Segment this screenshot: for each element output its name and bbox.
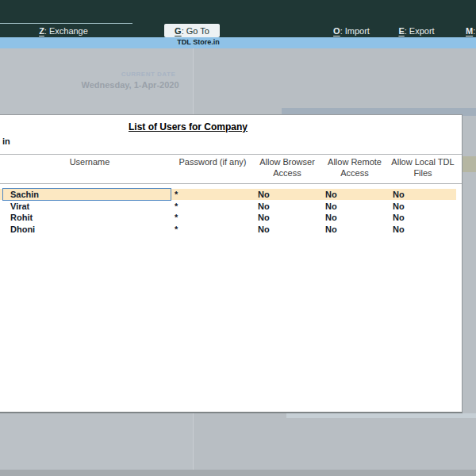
company-name-fragment: in — [2, 136, 10, 146]
current-date-label: CURRENT DATE — [121, 71, 176, 78]
app-screen: Z:Exchange G:Go To O:Import E:Export M: … — [0, 0, 476, 476]
menu-item-exchange[interactable]: Z:Exchange — [39, 26, 88, 36]
tdl-banner-text: TDL Store.in — [177, 38, 219, 46]
allow-browser-cell[interactable]: No — [258, 224, 270, 235]
allow-local-tdl-cell[interactable]: No — [393, 224, 405, 235]
menu-label: Go To — [186, 26, 209, 36]
menu-key: M — [466, 26, 473, 36]
menu-item-import[interactable]: O:Import — [333, 26, 370, 36]
menu-separator: : — [44, 26, 47, 36]
allow-local-tdl-cell[interactable]: No — [393, 189, 405, 200]
password-cell[interactable]: * — [175, 224, 178, 235]
allow-browser-cell[interactable]: No — [258, 201, 270, 212]
username-cell[interactable]: Rohit — [10, 212, 33, 223]
menu-separator: : — [473, 26, 475, 36]
password-cell[interactable]: * — [175, 189, 178, 200]
current-date-value: Wednesday, 1-Apr-2020 — [81, 80, 178, 90]
dialog-title: List of Users for Company — [129, 121, 248, 132]
menu-key: G — [175, 26, 182, 36]
background-status-strip — [0, 470, 476, 476]
column-header-allow-remote-access: Allow Remote Access — [320, 156, 390, 178]
menu-label: Import — [345, 26, 370, 36]
column-header-password: Password (if any) — [161, 156, 264, 167]
column-header-allow-local-tdl-files: Allow Local TDL Files — [391, 156, 455, 178]
menu-item-export[interactable]: E:Export — [398, 26, 434, 36]
username-cell[interactable]: Sachin — [10, 189, 39, 200]
menu-separator: : — [340, 26, 343, 36]
password-cell[interactable]: * — [175, 201, 178, 212]
allow-browser-cell[interactable]: No — [258, 189, 270, 200]
column-header-username: Username — [46, 156, 133, 167]
menu-key: O — [333, 26, 340, 36]
allow-remote-cell[interactable]: No — [325, 212, 337, 223]
menu-separator: : — [182, 26, 184, 36]
background-dimmed-button — [461, 156, 476, 172]
user-row-virat[interactable]: Virat * No No No — [0, 201, 456, 212]
background-panel-edge-bottom — [286, 413, 476, 418]
header-divider-bottom — [0, 183, 462, 184]
menu-label: Exchange — [49, 26, 88, 36]
username-cell[interactable]: Dhoni — [10, 224, 35, 235]
menu-key: Z — [39, 26, 44, 36]
allow-local-tdl-cell[interactable]: No — [393, 201, 405, 212]
tdl-banner: TDL Store.in — [0, 37, 476, 48]
top-menu-bar: Z:Exchange G:Go To O:Import E:Export M: — [0, 0, 476, 37]
list-of-users-dialog: List of Users for Company in Username Pa… — [0, 114, 463, 413]
menu-item-goto-active[interactable]: G:Go To — [164, 24, 220, 37]
user-row-rohit[interactable]: Rohit * No No No — [0, 212, 456, 223]
username-cell[interactable]: Virat — [10, 201, 29, 212]
user-row-dhoni[interactable]: Dhoni * No No No — [0, 224, 456, 235]
password-cell[interactable]: * — [175, 212, 178, 223]
header-divider-top — [0, 154, 462, 155]
allow-remote-cell[interactable]: No — [325, 224, 337, 235]
menu-label: Export — [409, 26, 435, 36]
allow-remote-cell[interactable]: No — [325, 201, 337, 212]
allow-remote-cell[interactable]: No — [325, 189, 337, 200]
menu-item-m-truncated[interactable]: M: — [466, 26, 476, 36]
user-row-sachin[interactable]: Sachin * No No No — [0, 189, 456, 200]
column-header-allow-browser-access: Allow Browser Access — [252, 156, 322, 178]
menu-separator: : — [405, 26, 407, 36]
allow-browser-cell[interactable]: No — [258, 212, 270, 223]
active-tab-underline — [0, 23, 132, 24]
allow-local-tdl-cell[interactable]: No — [393, 212, 405, 223]
